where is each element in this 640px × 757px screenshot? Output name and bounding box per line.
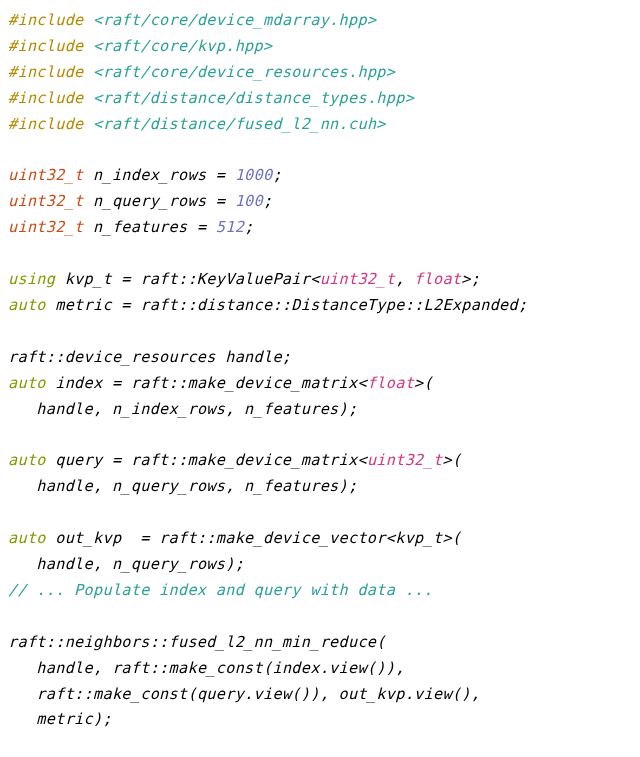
template-type: uint32_t (320, 270, 396, 288)
type-token: uint32_t (8, 166, 84, 184)
code-text: ; (244, 218, 253, 236)
include-directive: #include (8, 115, 84, 133)
code-text: ; (272, 166, 281, 184)
code-text: >( (442, 451, 461, 469)
include-directive: #include (8, 37, 84, 55)
keyword-token: auto (8, 374, 46, 392)
code-block: #include <raft/core/device_mdarray.hpp> … (8, 8, 632, 733)
include-directive: #include (8, 89, 84, 107)
keyword-token: auto (8, 296, 46, 314)
template-type: uint32_t (367, 451, 443, 469)
include-path: <raft/core/device_resources.hpp> (93, 63, 395, 81)
include-directive: #include (8, 11, 84, 29)
include-directive: #include (8, 63, 84, 81)
code-text: raft::neighbors::fused_l2_nn_min_reduce( (8, 633, 386, 651)
code-text: index = raft::make_device_matrix< (46, 374, 367, 392)
template-type: float (367, 374, 414, 392)
keyword-token: auto (8, 529, 46, 547)
template-type: float (414, 270, 461, 288)
code-text: handle, n_query_rows); (8, 555, 244, 573)
code-text: metric); (8, 710, 112, 728)
type-token: uint32_t (8, 192, 84, 210)
code-text: handle, n_query_rows, n_features); (8, 477, 357, 495)
code-text: >; (461, 270, 480, 288)
include-path: <raft/distance/fused_l2_nn.cuh> (93, 115, 386, 133)
code-text: query = raft::make_device_matrix< (46, 451, 367, 469)
keyword-token: using (8, 270, 55, 288)
code-text: >( (414, 374, 433, 392)
include-path: <raft/core/kvp.hpp> (93, 37, 272, 55)
code-text: n_features = (84, 218, 216, 236)
code-text: n_query_rows = (84, 192, 235, 210)
code-text: kvp_t = raft::KeyValuePair< (55, 270, 319, 288)
code-text: n_index_rows = (84, 166, 235, 184)
code-text: raft::make_const(query.view()), out_kvp.… (8, 685, 480, 703)
code-text: raft::device_resources handle; (8, 348, 291, 366)
number-literal: 1000 (235, 166, 273, 184)
code-text: out_kvp = raft::make_device_vector<kvp_t… (46, 529, 462, 547)
code-text: ; (263, 192, 272, 210)
code-text: metric = raft::distance::DistanceType::L… (46, 296, 528, 314)
type-token: uint32_t (8, 218, 84, 236)
code-text: handle, raft::make_const(index.view()), (8, 659, 405, 677)
code-text: , (395, 270, 414, 288)
code-text: handle, n_index_rows, n_features); (8, 400, 357, 418)
number-literal: 512 (216, 218, 244, 236)
include-path: <raft/distance/distance_types.hpp> (93, 89, 414, 107)
number-literal: 100 (235, 192, 263, 210)
comment: // ... Populate index and query with dat… (8, 581, 433, 599)
include-path: <raft/core/device_mdarray.hpp> (93, 11, 376, 29)
keyword-token: auto (8, 451, 46, 469)
